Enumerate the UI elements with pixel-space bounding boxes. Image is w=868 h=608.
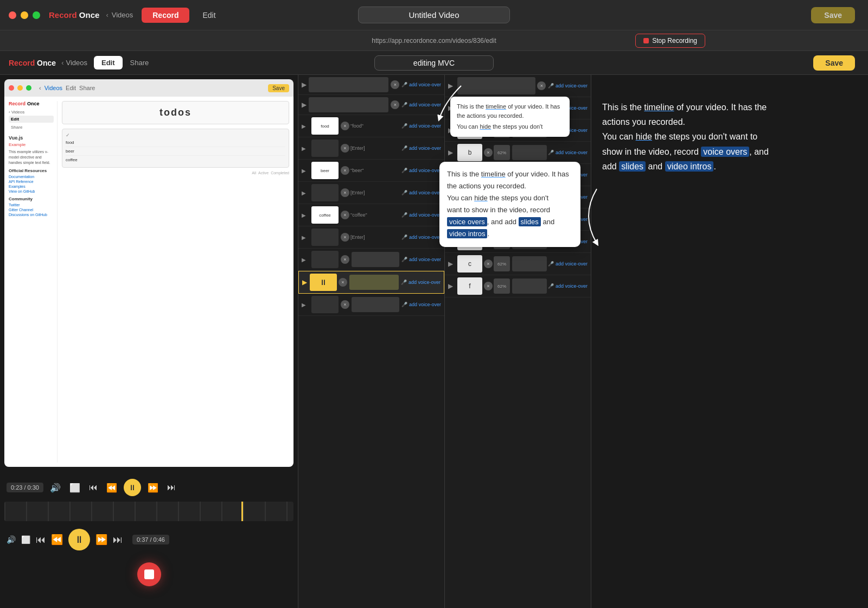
tooltip-med-line1: This is the timeline of your video. It h…: [447, 168, 573, 180]
skip-forward-icon[interactable]: ⏭: [165, 482, 178, 493]
close-enter3[interactable]: ×: [341, 233, 349, 242]
cursor-icon-6: ▶: [302, 190, 309, 196]
voice-coffee[interactable]: 🎤 add voice-over: [401, 212, 441, 218]
mr-close-4[interactable]: ×: [484, 148, 493, 157]
close-icon-2[interactable]: ×: [391, 100, 399, 109]
mr-close-9[interactable]: ×: [484, 259, 493, 268]
stop-recording-button[interactable]: Stop Recording: [635, 34, 705, 48]
forward-icon[interactable]: ⏩: [145, 482, 161, 494]
mr-close-10[interactable]: ×: [484, 282, 493, 290]
thumb-food: food: [311, 117, 339, 135]
timeline-header-row: ▶ × 🎤 add voice-over: [298, 75, 444, 95]
time-display-1: 0:23 / 0:30: [7, 483, 43, 492]
mr-close-1[interactable]: ×: [537, 81, 546, 90]
inner-videos-link[interactable]: Videos: [66, 59, 87, 67]
mr-voice-9[interactable]: 🎤 add voice-over: [548, 261, 588, 267]
close-beer[interactable]: ×: [341, 166, 349, 175]
mr-row-9: ▶ c × 62% 🎤 add voice-over: [445, 253, 591, 275]
volume-icon-2[interactable]: 🔊: [7, 535, 16, 544]
volume-icon[interactable]: 🔊: [48, 482, 63, 494]
pause-button-1[interactable]: ⏸: [124, 479, 141, 496]
preview-topbar: ‹ Videos Edit Share Save: [4, 79, 293, 97]
editing-label-input[interactable]: [374, 55, 494, 71]
cursor-icon-last: ▶: [302, 302, 309, 308]
tab-edit[interactable]: Edit: [194, 8, 224, 23]
pause-button-2[interactable]: ⏸: [68, 529, 90, 550]
rewind-icon[interactable]: ⏪: [104, 482, 119, 494]
preview-save-btn[interactable]: Save: [268, 84, 289, 92]
preview-videos[interactable]: Videos: [44, 85, 62, 91]
thumb-blank1: [311, 251, 339, 268]
rewind-icon-2[interactable]: ⏪: [51, 534, 63, 546]
preview-nav: ‹ Videos Edit Share: [39, 85, 95, 91]
preview-content: RecordOnce ‹ Videos Edit Share Vue.js Ex…: [4, 97, 293, 467]
skip-forward-icon-2[interactable]: ⏭: [113, 534, 123, 546]
inner-app-bar: Record Once ‹ Videos Edit Share Save: [0, 51, 868, 75]
close-active[interactable]: ×: [339, 278, 347, 287]
close-button[interactable]: [9, 11, 16, 19]
voice-beer[interactable]: 🎤 add voice-over: [401, 168, 441, 173]
timeline-item-enter1: ▶ × [Enter] 🎤 add voice-over: [298, 137, 444, 160]
stop-recording-label: Stop Recording: [652, 37, 697, 45]
voice-enter1[interactable]: 🎤 add voice-over: [401, 145, 441, 151]
forward-icon-2[interactable]: ⏩: [95, 534, 107, 546]
voice-food[interactable]: 🎤 add voice-over: [401, 123, 441, 129]
subtitles-icon[interactable]: ⬜: [67, 482, 82, 494]
mr-voice-4[interactable]: 🎤 add voice-over: [548, 150, 588, 155]
tooltip-medium: This is the timeline of your video. It h…: [439, 162, 580, 247]
voice-last[interactable]: 🎤 add voice-over: [401, 302, 441, 307]
preview-maximize[interactable]: [26, 85, 31, 91]
hide-link: hide: [636, 132, 652, 141]
thumb-beer: beer: [311, 162, 339, 179]
close-enter1[interactable]: ×: [341, 144, 349, 153]
active-cursor-icon: ▶: [302, 278, 307, 286]
info-line3: You can hide the steps you don't want to: [602, 129, 797, 144]
voice-overs-highlight: voice overs: [701, 147, 749, 157]
close-food[interactable]: ×: [341, 122, 349, 130]
close-enter2[interactable]: ×: [341, 188, 349, 197]
close-last[interactable]: ×: [341, 300, 349, 309]
video-controls-1: 0:23 / 0:30 🔊 ⬜ ⏮ ⏪ ⏸ ⏩ ⏭: [0, 476, 298, 499]
voice-active[interactable]: 🎤 add voice-over: [401, 280, 441, 285]
back-arrow-icon[interactable]: ‹: [106, 11, 108, 19]
preview-subtitle: Example: [9, 142, 54, 147]
close-blank1[interactable]: ×: [341, 255, 349, 264]
videos-nav-link[interactable]: Videos: [112, 11, 133, 19]
voice-blank1[interactable]: 🎤 add voice-over: [401, 257, 441, 262]
skip-back-icon-2[interactable]: ⏮: [36, 534, 46, 546]
enter3-label: [Enter]: [350, 235, 365, 240]
tooltip-med-line4: want to show in the video, record: [447, 204, 573, 216]
video-title-input[interactable]: [358, 7, 510, 23]
save-button-title[interactable]: Save: [811, 7, 855, 23]
preview-page-title: Vue.js: [9, 135, 54, 141]
inner-logo: Record Once: [9, 59, 56, 67]
voice-enter2[interactable]: 🎤 add voice-over: [401, 190, 441, 195]
video-panel: ‹ Videos Edit Share Save RecordOnce ‹ Vi…: [0, 75, 298, 608]
subtitles-icon-2[interactable]: ⬜: [21, 535, 30, 544]
preview-back[interactable]: ‹: [39, 85, 41, 91]
record-stop-button[interactable]: [137, 562, 161, 586]
voice-enter3[interactable]: 🎤 add voice-over: [401, 235, 441, 240]
preview-close[interactable]: [9, 85, 14, 91]
inner-back-arrow[interactable]: ‹: [61, 59, 63, 67]
timeline-item-blank1: ▶ × 🎤 add voice-over: [298, 249, 444, 271]
close-icon[interactable]: ×: [391, 80, 399, 89]
active-thumb: ⏸: [310, 274, 337, 291]
timeline-strip-2[interactable]: [4, 502, 293, 521]
preview-inner-share[interactable]: Share: [79, 85, 95, 91]
close-coffee[interactable]: ×: [341, 211, 349, 219]
preview-minimize[interactable]: [17, 85, 23, 91]
maximize-button[interactable]: [33, 11, 40, 19]
mr-voice-1[interactable]: 🎤 add voice-over: [548, 83, 588, 88]
save-button-inner[interactable]: Save: [813, 55, 855, 71]
minimize-button[interactable]: [21, 11, 28, 19]
tab-record[interactable]: Record: [142, 8, 189, 23]
mr-cursor-9: ▶: [448, 260, 456, 268]
inner-tab-edit[interactable]: Edit: [94, 56, 123, 69]
inner-tab-share[interactable]: Share: [123, 56, 157, 69]
skip-back-icon[interactable]: ⏮: [87, 482, 100, 493]
mr-voice-10[interactable]: 🎤 add voice-over: [548, 283, 588, 289]
info-line2: actions you recorded.: [602, 115, 797, 129]
preview-inner-edit[interactable]: Edit: [66, 85, 76, 91]
info-line4: show in the video, record voice overs, a…: [602, 144, 797, 159]
